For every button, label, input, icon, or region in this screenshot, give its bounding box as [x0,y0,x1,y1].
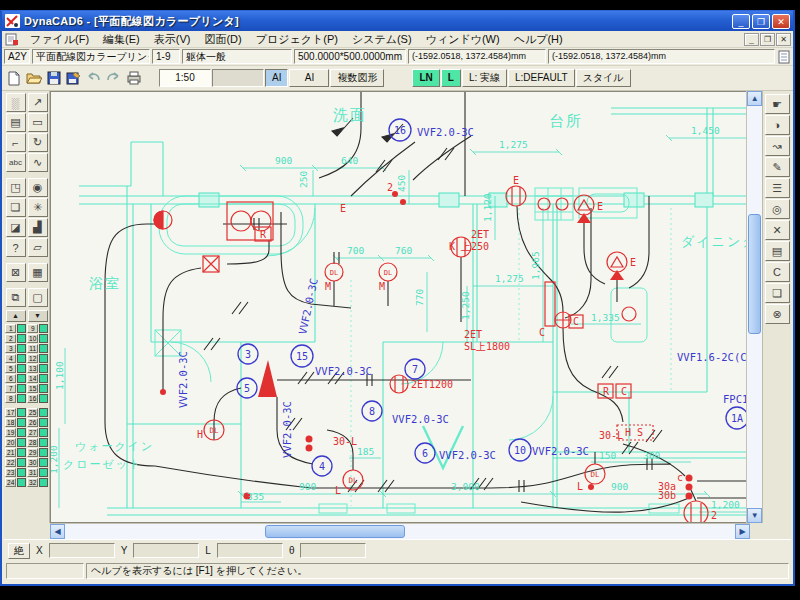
zigzag-line-button[interactable]: ↝ [765,136,790,156]
spline-button[interactable]: ∿ [28,153,48,172]
scroll-left-button[interactable]: ◀ [50,524,65,539]
layer-15-button[interactable]: 15 [27,384,38,393]
ink-pot-button[interactable]: ▟ [28,218,48,237]
scroll-right-button[interactable]: ▶ [735,524,750,539]
layers-stack-button[interactable]: ❏ [765,283,790,303]
save-as-button[interactable] [64,68,83,88]
hatch-brick-button[interactable]: ▤ [6,113,26,132]
donut-circle-button[interactable]: ◎ [765,199,790,219]
doc-copy-button[interactable]: ⧉ [6,288,26,307]
hatch-brick2-button[interactable]: ▤ [765,241,790,261]
corner-dim-button[interactable]: ⌐ [6,133,26,152]
mdi-restore-button[interactable]: ❐ [760,33,775,46]
eraser-button[interactable]: ◪ [6,218,26,237]
layer-3-indicator[interactable] [17,344,26,353]
layer-15-indicator[interactable] [39,384,48,393]
layer-18-button[interactable]: 18 [5,418,16,427]
pencil-line-button[interactable]: ✎ [765,157,790,177]
layer-30-button[interactable]: 30 [27,458,38,467]
line-default-button[interactable]: L:DEFAULT [508,69,575,87]
style-button[interactable]: スタイル [576,69,631,87]
ladder-list-button[interactable]: ☰ [765,178,790,198]
layer-12-button[interactable]: 12 [27,354,38,363]
layer-26-indicator[interactable] [39,418,48,427]
transform-box-button[interactable]: ▱ [28,238,48,257]
mesh-s-button[interactable]: ▦ [28,263,48,282]
layer-25-indicator[interactable] [39,408,48,417]
horizontal-scroll-thumb[interactable] [265,525,405,538]
menu-item-5[interactable]: プロジェクト(P) [249,31,345,48]
layer-30-indicator[interactable] [39,458,48,467]
layer-9-button[interactable]: 9 [27,324,38,333]
layer-4-button[interactable]: 4 [5,354,16,363]
layer-31-button[interactable]: 31 [27,468,38,477]
layer-25-button[interactable]: 25 [27,408,38,417]
layer-27-indicator[interactable] [39,428,48,437]
ln-toggle[interactable]: LN [412,69,439,87]
layer-10-button[interactable]: 10 [27,334,38,343]
menu-item-7[interactable]: ウィンドウ(W) [419,31,507,48]
menu-item-1[interactable]: ファイル(F) [23,31,96,48]
rectangle-button[interactable]: ▭ [28,113,48,132]
l-input[interactable] [217,543,283,558]
layer-32-indicator[interactable] [39,478,48,487]
layer-29-button[interactable]: 29 [27,448,38,457]
layer-20-indicator[interactable] [17,438,26,447]
layer-7-indicator[interactable] [17,384,26,393]
layer-19-indicator[interactable] [17,428,26,437]
menu-item-4[interactable]: 図面(D) [197,31,248,48]
drawing-canvas[interactable]: 洗面台所浴室ダイニングウォークインクローゼット 9006401,2751,450… [50,91,746,523]
titlebar[interactable]: DynaCAD6 - [平面配線図カラープリンタ] _ ❐ ✕ [2,11,793,31]
ai-button[interactable]: AI [289,69,329,87]
scroll-up-button[interactable]: ▲ [747,91,762,106]
layer-18-indicator[interactable] [17,418,26,427]
layer-28-indicator[interactable] [39,438,48,447]
redo-button[interactable] [104,68,123,88]
cross-x-button[interactable]: ✕ [765,220,790,240]
line-type-button[interactable]: L: 実線 [462,69,507,87]
query-note-button[interactable]: ? [6,238,26,257]
layer-down-button[interactable]: ▼ [28,310,48,322]
sheet-icon[interactable] [777,50,791,64]
vertical-scrollbar[interactable]: ▲ ▼ [746,91,762,523]
layer-26-button[interactable]: 26 [27,418,38,427]
layer-9-indicator[interactable] [39,324,48,333]
minimize-button[interactable]: _ [732,14,750,29]
layer-2-indicator[interactable] [17,334,26,343]
scroll-down-button[interactable]: ▼ [747,508,762,523]
layer-13-button[interactable]: 13 [27,364,38,373]
layer-6-button[interactable]: 6 [5,374,16,383]
layer-8-indicator[interactable] [17,394,26,403]
layer-22-indicator[interactable] [17,458,26,467]
layer-8-button[interactable]: 8 [5,394,16,403]
layer-11-indicator[interactable] [39,344,48,353]
layer-32-button[interactable]: 32 [27,478,38,487]
mesh-x-button[interactable]: ⊠ [6,263,26,282]
layer-27-button[interactable]: 27 [27,428,38,437]
layer-5-button[interactable]: 5 [5,364,16,373]
sheet-export-button[interactable]: ◳ [6,178,26,197]
menu-item-3[interactable]: 表示(V) [147,31,198,48]
layer-6-indicator[interactable] [17,374,26,383]
polyline-button[interactable]: ↗ [28,93,48,112]
layer-4-indicator[interactable] [17,354,26,363]
l-toggle[interactable]: L [441,69,461,87]
layer-1-indicator[interactable] [17,324,26,333]
multi-shape-button[interactable]: 複数図形 [330,69,384,87]
layer-21-indicator[interactable] [17,448,26,457]
calc-button[interactable]: C [765,262,790,282]
document-icon[interactable] [5,33,19,46]
layer-20-button[interactable]: 20 [5,438,16,447]
layer-23-button[interactable]: 23 [5,468,16,477]
layer-29-indicator[interactable] [39,448,48,457]
layer-7-button[interactable]: 7 [5,384,16,393]
theta-input[interactable] [300,543,366,558]
menu-item-6[interactable]: システム(S) [345,31,419,48]
absolute-mode-button[interactable]: 絶 [8,543,30,559]
close-button[interactable]: ✕ [772,14,790,29]
menu-item-2[interactable]: 編集(E) [96,31,147,48]
layer-17-indicator[interactable] [17,408,26,417]
layer-23-indicator[interactable] [17,468,26,477]
layer-16-indicator[interactable] [39,394,48,403]
layer-16-button[interactable]: 16 [27,394,38,403]
